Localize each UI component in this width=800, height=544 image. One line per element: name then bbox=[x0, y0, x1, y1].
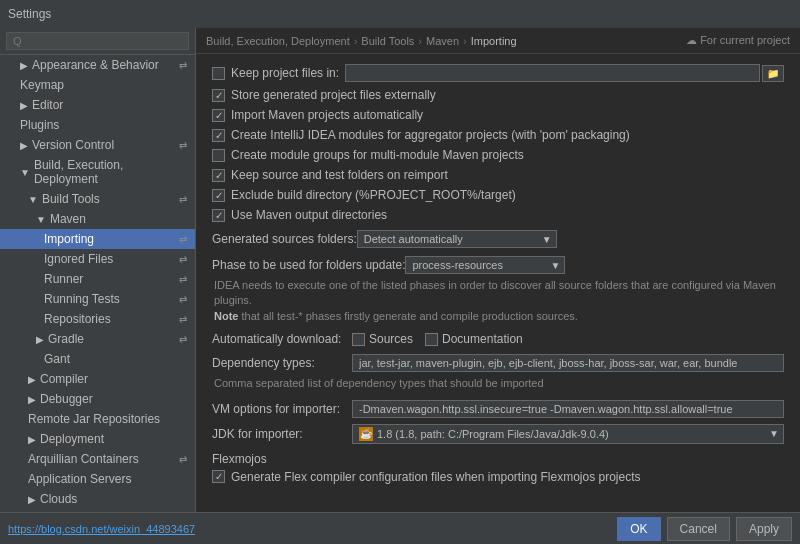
flexmojos-label: Generate Flex compiler configuration fil… bbox=[231, 470, 641, 484]
sidebar-item-label: Gant bbox=[44, 352, 70, 366]
store-generated-checkbox[interactable] bbox=[212, 89, 225, 102]
sidebar-item-label: Importing bbox=[44, 232, 94, 246]
sidebar-item-label: Debugger bbox=[40, 392, 93, 406]
keep-project-files-folder-btn[interactable]: 📁 bbox=[762, 65, 784, 82]
keep-source-folders-label: Keep source and test folders on reimport bbox=[231, 168, 448, 182]
sidebar-item-ignored-files[interactable]: Ignored Files ⇄ bbox=[0, 249, 195, 269]
sidebar-item-label: Running Tests bbox=[44, 292, 120, 306]
keep-project-files-input[interactable] bbox=[345, 64, 760, 82]
vm-options-input[interactable] bbox=[352, 400, 784, 418]
sidebar-item-build-execution[interactable]: ▼ Build, Execution, Deployment bbox=[0, 155, 195, 189]
jdk-icon: ☕ bbox=[359, 427, 373, 441]
sidebar-item-label: Maven bbox=[50, 212, 86, 226]
exclude-build-dir-checkbox[interactable] bbox=[212, 189, 225, 202]
sync-icon: ⇄ bbox=[179, 194, 187, 205]
sidebar-item-appearance[interactable]: ▶ Appearance & Behavior ⇄ bbox=[0, 55, 195, 75]
sidebar-item-gradle[interactable]: ▶ Gradle ⇄ bbox=[0, 329, 195, 349]
sources-label: Sources bbox=[369, 332, 413, 346]
sync-icon: ⇄ bbox=[179, 294, 187, 305]
sidebar-item-label: Appearance & Behavior bbox=[32, 58, 159, 72]
sidebar-item-label: Application Servers bbox=[28, 472, 131, 486]
sidebar-item-deployment[interactable]: ▶ Deployment bbox=[0, 429, 195, 449]
breadcrumb-part-1: Build, Execution, Deployment bbox=[206, 35, 350, 47]
sidebar-item-arquillian[interactable]: Arquillian Containers ⇄ bbox=[0, 449, 195, 469]
dependency-info-text: Comma separated list of dependency types… bbox=[212, 376, 784, 391]
sidebar-item-label: Runner bbox=[44, 272, 83, 286]
sidebar-item-label: Repositories bbox=[44, 312, 111, 326]
dropdown-arrow-icon: ▼ bbox=[769, 428, 779, 439]
auto-download-label: Automatically download: bbox=[212, 332, 352, 346]
sidebar-item-maven[interactable]: ▼ Maven bbox=[0, 209, 195, 229]
flexmojos-checkbox[interactable] bbox=[212, 470, 225, 483]
use-maven-output-checkbox[interactable] bbox=[212, 209, 225, 222]
sidebar-item-label: Arquillian Containers bbox=[28, 452, 139, 466]
breadcrumb-sep: › bbox=[418, 35, 422, 47]
sidebar-item-label: Deployment bbox=[40, 432, 104, 446]
sidebar-item-label: Remote Jar Repositories bbox=[28, 412, 160, 426]
breadcrumb: Build, Execution, Deployment › Build Too… bbox=[196, 28, 800, 54]
documentation-checkbox[interactable] bbox=[425, 333, 438, 346]
vm-options-label: VM options for importer: bbox=[212, 402, 352, 416]
title-bar: Settings bbox=[0, 0, 800, 28]
sidebar-item-keymap[interactable]: Keymap bbox=[0, 75, 195, 95]
sidebar-item-importing[interactable]: Importing ⇄ bbox=[0, 229, 195, 249]
sync-icon: ⇄ bbox=[179, 454, 187, 465]
sidebar-item-version-control[interactable]: ▶ Version Control ⇄ bbox=[0, 135, 195, 155]
sidebar-item-label: Version Control bbox=[32, 138, 114, 152]
generated-sources-dropdown[interactable]: Detect automatically ▼ bbox=[357, 230, 557, 248]
sidebar-item-editor[interactable]: ▶ Editor bbox=[0, 95, 195, 115]
sidebar-item-clouds[interactable]: ▶ Clouds bbox=[0, 489, 195, 509]
sidebar-item-label: Compiler bbox=[40, 372, 88, 386]
use-maven-output-label: Use Maven output directories bbox=[231, 208, 387, 222]
sidebar-item-repositories[interactable]: Repositories ⇄ bbox=[0, 309, 195, 329]
breadcrumb-part-3: Maven bbox=[426, 35, 459, 47]
create-idea-modules-checkbox[interactable] bbox=[212, 129, 225, 142]
sidebar-item-plugins[interactable]: Plugins bbox=[0, 115, 195, 135]
keep-project-files-label: Keep project files in: bbox=[231, 66, 339, 80]
sync-icon: ⇄ bbox=[179, 234, 187, 245]
sidebar-item-app-servers[interactable]: Application Servers bbox=[0, 469, 195, 489]
keep-project-files-checkbox[interactable] bbox=[212, 67, 225, 80]
sidebar-item-build-tools[interactable]: ▼ Build Tools ⇄ bbox=[0, 189, 195, 209]
cancel-button[interactable]: Cancel bbox=[667, 517, 730, 541]
sidebar-item-label: Keymap bbox=[20, 78, 64, 92]
dependency-types-input[interactable] bbox=[352, 354, 784, 372]
sidebar-item-label: Build Tools bbox=[42, 192, 100, 206]
sidebar-item-remote-jar[interactable]: Remote Jar Repositories bbox=[0, 409, 195, 429]
sidebar-item-debugger[interactable]: ▶ Debugger bbox=[0, 389, 195, 409]
dropdown-arrow-icon: ▼ bbox=[542, 234, 552, 245]
exclude-build-dir-label: Exclude build directory (%PROJECT_ROOT%/… bbox=[231, 188, 516, 202]
dropdown-arrow-icon: ▼ bbox=[551, 260, 561, 271]
apply-button[interactable]: Apply bbox=[736, 517, 792, 541]
csdn-link[interactable]: https://blog.csdn.net/weixin_44893467 bbox=[8, 523, 195, 535]
sync-icon: ⇄ bbox=[179, 334, 187, 345]
create-module-groups-checkbox[interactable] bbox=[212, 149, 225, 162]
phase-value: process-resources bbox=[412, 259, 502, 271]
sidebar-item-gant[interactable]: Gant bbox=[0, 349, 195, 369]
sidebar-item-compiler[interactable]: ▶ Compiler bbox=[0, 369, 195, 389]
store-generated-label: Store generated project files externally bbox=[231, 88, 436, 102]
dependency-types-label: Dependency types: bbox=[212, 356, 352, 370]
generated-sources-value: Detect automatically bbox=[364, 233, 463, 245]
keep-source-folders-checkbox[interactable] bbox=[212, 169, 225, 182]
sidebar-item-running-tests[interactable]: Running Tests ⇄ bbox=[0, 289, 195, 309]
search-input[interactable] bbox=[6, 32, 189, 50]
sidebar-item-label: Build, Execution, Deployment bbox=[34, 158, 187, 186]
sidebar-item-label: Editor bbox=[32, 98, 63, 112]
breadcrumb-part-2: Build Tools bbox=[361, 35, 414, 47]
documentation-label: Documentation bbox=[442, 332, 523, 346]
import-maven-checkbox[interactable] bbox=[212, 109, 225, 122]
create-module-groups-label: Create module groups for multi-module Ma… bbox=[231, 148, 524, 162]
breadcrumb-sep: › bbox=[463, 35, 467, 47]
phase-dropdown[interactable]: process-resources ▼ bbox=[405, 256, 565, 274]
sync-icon: ⇄ bbox=[179, 274, 187, 285]
sidebar-item-runner[interactable]: Runner ⇄ bbox=[0, 269, 195, 289]
ok-button[interactable]: OK bbox=[617, 517, 660, 541]
sources-checkbox[interactable] bbox=[352, 333, 365, 346]
info-text: IDEA needs to execute one of the listed … bbox=[212, 278, 784, 324]
sidebar-item-label: Plugins bbox=[20, 118, 59, 132]
jdk-importer-label: JDK for importer: bbox=[212, 427, 352, 441]
breadcrumb-active: Importing bbox=[471, 35, 517, 47]
jdk-importer-dropdown[interactable]: ☕ 1.8 (1.8, path: C:/Program Files/Java/… bbox=[352, 424, 784, 444]
for-current-project: ☁ For current project bbox=[686, 34, 790, 47]
